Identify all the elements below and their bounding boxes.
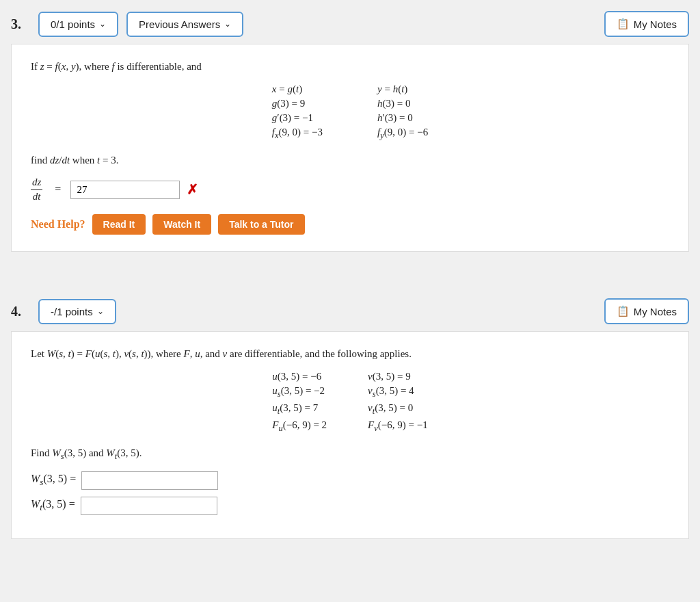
my-notes-label-q3: My Notes bbox=[634, 18, 677, 30]
math-col2-q4: v(3, 5) = 9 vs(3, 5) = 4 vt(3, 5) = 0 Fv… bbox=[368, 371, 428, 434]
my-notes-button-q3[interactable]: 📋 My Notes bbox=[604, 11, 689, 37]
find-text-q3: find dz/dt when t = 3. bbox=[31, 155, 669, 166]
question-3-header: 3. 0/1 points ⌄ Previous Answers ⌄ 📋 My … bbox=[0, 11, 700, 44]
q4-line-6: vs(3, 5) = 4 bbox=[368, 385, 414, 400]
question-3-content: If z = f(x, y), where f is differentiabl… bbox=[11, 44, 689, 252]
math-line-6-q3: h(3) = 0 bbox=[377, 98, 410, 109]
ws-answer-row: Ws(3, 5) = bbox=[31, 471, 669, 490]
my-notes-button-q4[interactable]: 📋 My Notes bbox=[604, 298, 689, 324]
equals-sign-q3: = bbox=[55, 183, 61, 196]
read-it-button[interactable]: Read It bbox=[92, 214, 146, 235]
problem-text-q3: If z = f(x, y), where f is differentiabl… bbox=[31, 61, 669, 73]
question-4-block: 4. -/1 points ⌄ 📋 My Notes Let W(s, t) =… bbox=[0, 287, 700, 550]
need-help-section: Need Help? Read It Watch It Talk to a Tu… bbox=[31, 214, 669, 235]
notes-icon-q4: 📋 bbox=[617, 305, 630, 317]
spacer bbox=[0, 276, 700, 287]
fraction-dz-dt: dz dt bbox=[31, 176, 42, 203]
math-line-7-q3: h′(3) = 0 bbox=[377, 112, 413, 124]
chevron-down-icon-q3: ⌄ bbox=[99, 19, 106, 29]
chevron-down-icon-prev: ⌄ bbox=[224, 19, 231, 29]
math-line-5-q3: y = h(t) bbox=[377, 83, 407, 95]
q4-line-7: vt(3, 5) = 0 bbox=[368, 402, 413, 417]
math-line-4-q3: fx(9, 0) = −3 bbox=[272, 127, 323, 141]
points-button-q3[interactable]: 0/1 points ⌄ bbox=[38, 12, 118, 37]
math-line-2-q3: g(3) = 9 bbox=[272, 98, 305, 109]
q4-line-3: ut(3, 5) = 7 bbox=[272, 402, 318, 417]
q4-line-5: v(3, 5) = 9 bbox=[368, 371, 411, 382]
question-4-header: 4. -/1 points ⌄ 📋 My Notes bbox=[0, 298, 700, 331]
question-3-number: 3. bbox=[11, 16, 30, 32]
wt-answer-row: Wt(3, 5) = bbox=[31, 497, 669, 515]
previous-answers-label: Previous Answers bbox=[139, 18, 220, 30]
math-line-1-q3: x = g(t) bbox=[272, 83, 302, 95]
math-line-3-q3: g′(3) = −1 bbox=[272, 112, 313, 124]
math-col2-q3: y = h(t) h(3) = 0 h′(3) = 0 fy(9, 0) = −… bbox=[377, 83, 428, 141]
math-col1-q4: u(3, 5) = −6 us(3, 5) = −2 ut(3, 5) = 7 … bbox=[272, 371, 327, 434]
answer-row-q3: dz dt = ✗ bbox=[31, 176, 669, 203]
ws-input[interactable] bbox=[81, 471, 218, 490]
separator bbox=[0, 263, 700, 276]
need-help-label: Need Help? bbox=[31, 218, 85, 231]
notes-icon-q3: 📋 bbox=[617, 18, 630, 30]
q4-line-1: u(3, 5) = −6 bbox=[272, 371, 321, 382]
question-3-block: 3. 0/1 points ⌄ Previous Answers ⌄ 📋 My … bbox=[0, 0, 700, 263]
math-table-q4: u(3, 5) = −6 us(3, 5) = −2 ut(3, 5) = 7 … bbox=[31, 371, 669, 434]
q4-line-2: us(3, 5) = −2 bbox=[272, 385, 325, 400]
talk-to-tutor-button[interactable]: Talk to a Tutor bbox=[218, 214, 304, 235]
wrong-icon-q3: ✗ bbox=[187, 181, 198, 198]
q4-line-8: Fv(−6, 9) = −1 bbox=[368, 419, 428, 434]
points-label-q3: 0/1 points bbox=[51, 18, 95, 30]
find-text-q4: Find Ws(3, 5) and Wt(3, 5). bbox=[31, 447, 669, 462]
my-notes-label-q4: My Notes bbox=[634, 306, 677, 317]
q4-line-4: Fu(−6, 9) = 2 bbox=[272, 419, 327, 434]
wt-label: Wt(3, 5) = bbox=[31, 498, 75, 513]
ws-label: Ws(3, 5) = bbox=[31, 473, 76, 488]
question-4-number: 4. bbox=[11, 304, 30, 319]
wt-input[interactable] bbox=[81, 497, 217, 515]
problem-text-q4: Let W(s, t) = F(u(s, t), v(s, t)), where… bbox=[31, 348, 669, 360]
points-button-q4[interactable]: -/1 points ⌄ bbox=[38, 299, 116, 324]
watch-it-button[interactable]: Watch It bbox=[152, 214, 211, 235]
question-4-content: Let W(s, t) = F(u(s, t), v(s, t)), where… bbox=[11, 331, 689, 539]
math-table-q3: x = g(t) g(3) = 9 g′(3) = −1 fx(9, 0) = … bbox=[31, 83, 669, 141]
chevron-down-icon-q4: ⌄ bbox=[97, 306, 104, 316]
answer-input-q3[interactable] bbox=[70, 181, 180, 199]
previous-answers-button[interactable]: Previous Answers ⌄ bbox=[126, 12, 243, 37]
math-col1-q3: x = g(t) g(3) = 9 g′(3) = −1 fx(9, 0) = … bbox=[272, 83, 323, 141]
points-label-q4: -/1 points bbox=[51, 306, 93, 317]
math-line-8-q3: fy(9, 0) = −6 bbox=[377, 127, 428, 141]
